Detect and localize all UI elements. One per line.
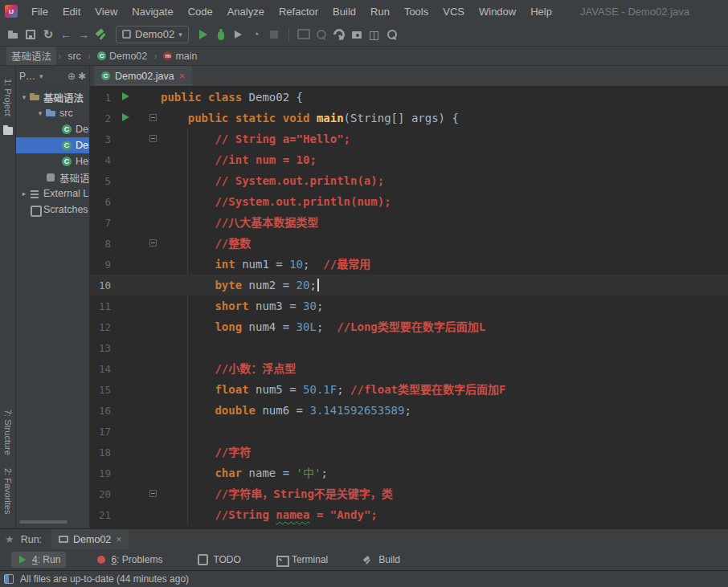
editor-tab-demo02[interactable]: C Demo02.java × xyxy=(94,66,192,86)
code-text[interactable]: char name = '中'; xyxy=(161,463,328,483)
code-line[interactable]: 15 float num5 = 50.1F; //float类型要在数字后面加F xyxy=(90,379,728,400)
toolwindow-toggle-icon[interactable] xyxy=(4,574,14,584)
fold-marker-icon[interactable] xyxy=(149,114,157,121)
code-text[interactable]: //小数：浮点型 xyxy=(161,358,296,379)
horizontal-scrollbar[interactable] xyxy=(19,520,67,524)
menu-file[interactable]: File xyxy=(24,2,55,21)
code-line[interactable]: 10 byte num2 = 20; xyxy=(90,275,728,296)
code-line[interactable]: 20 //字符串，String不是关键字，类 xyxy=(90,483,728,504)
dump-threads-icon[interactable] xyxy=(296,26,312,43)
code-line[interactable]: 4 //int num = 10; xyxy=(90,149,728,170)
code-text[interactable]: //八大基本数据类型 xyxy=(161,212,318,233)
code-text[interactable]: //String namea = "Andy"; xyxy=(161,504,378,525)
tree-demo01-class[interactable]: Demo01 xyxy=(16,121,89,137)
tool-button-problems[interactable]: 6: Problems xyxy=(90,552,168,568)
menu-edit[interactable]: Edit xyxy=(55,2,88,21)
tool-button-todo[interactable]: TODO xyxy=(192,552,246,568)
menu-vcs[interactable]: VCS xyxy=(436,2,472,21)
fold-marker-icon[interactable] xyxy=(149,239,157,247)
folder-icon[interactable] xyxy=(3,127,13,135)
debug-icon[interactable] xyxy=(213,26,229,43)
fold-marker-icon[interactable] xyxy=(149,490,157,497)
coverage-icon[interactable] xyxy=(231,26,247,43)
run-tab-demo02[interactable]: Demo02 × xyxy=(51,529,129,549)
code-line[interactable]: 11 short num3 = 30; xyxy=(90,296,728,316)
code-line[interactable]: 19 char name = '中'; xyxy=(90,463,728,483)
code-line[interactable]: 16 double num6 = 3.141592653589; xyxy=(90,400,728,421)
code-text[interactable]: // System.out.println(a); xyxy=(161,170,384,191)
menu-refactor[interactable]: Refactor xyxy=(272,2,325,21)
run-config-selector[interactable]: Demo02 ▾ xyxy=(116,26,189,43)
code-text[interactable]: public class Demo02 { xyxy=(161,87,303,108)
code-line[interactable]: 18 //字符 xyxy=(90,442,728,463)
layout-icon[interactable] xyxy=(366,26,382,43)
crumb-src[interactable]: src xyxy=(63,49,86,63)
project-panel-title[interactable]: Project xyxy=(19,71,37,82)
menu-navigate[interactable]: Navigate xyxy=(125,2,180,21)
tool-button-build[interactable]: Build xyxy=(358,552,406,568)
close-icon[interactable]: × xyxy=(116,534,121,545)
code-text[interactable]: //整数 xyxy=(161,233,251,254)
code-line[interactable]: 21 //String namea = "Andy"; xyxy=(90,504,728,525)
code-line[interactable]: 12 long num4 = 30L; //Long类型要在数字后面加L xyxy=(90,316,728,337)
code-line[interactable]: 13 xyxy=(90,337,728,358)
tool-button-terminal[interactable]: Terminal xyxy=(271,552,333,568)
menu-help[interactable]: Help xyxy=(523,2,559,21)
code-text[interactable]: byte num2 = 20; xyxy=(161,275,319,296)
tree-module-iml[interactable]: 基础语法.iml xyxy=(16,169,89,185)
code-text[interactable]: int num1 = 10; //最常用 xyxy=(161,254,370,275)
tree-external-libraries[interactable]: ▸External Libraries xyxy=(16,185,89,202)
crumb-method[interactable]: mmain xyxy=(158,49,202,63)
gear-icon[interactable]: ✱ xyxy=(78,71,86,82)
inspect-icon[interactable] xyxy=(313,26,329,43)
code-line[interactable]: 6 //System.out.println(num); xyxy=(90,191,728,212)
tree-scratches[interactable]: Scratches and Consoles xyxy=(16,202,89,218)
tool-button-run[interactable]: 4: Run xyxy=(11,552,66,568)
code-line[interactable]: 5 // System.out.println(a); xyxy=(90,170,728,191)
stop-icon[interactable] xyxy=(266,26,282,43)
code-line[interactable]: 2 public static void main(String[] args)… xyxy=(90,108,728,128)
menu-code[interactable]: Code xyxy=(181,2,220,21)
toolwindow-project[interactable]: 1: Project xyxy=(3,79,13,116)
forward-icon[interactable] xyxy=(76,26,92,43)
code-line[interactable]: 14 //小数：浮点型 xyxy=(90,358,728,379)
crumb-project[interactable]: 基础语法 xyxy=(6,47,56,65)
chevron-down-icon[interactable]: ▾ xyxy=(39,72,43,80)
code-text[interactable]: //System.out.println(num); xyxy=(161,191,391,212)
code-line[interactable]: 8 //整数 xyxy=(90,233,728,254)
code-text[interactable]: //字符 xyxy=(161,442,251,463)
menu-tools[interactable]: Tools xyxy=(397,2,436,21)
open-icon[interactable] xyxy=(5,26,21,43)
menu-build[interactable]: Build xyxy=(325,2,363,21)
code-area[interactable]: 1public class Demo02 {2 public static vo… xyxy=(90,87,728,528)
menu-window[interactable]: Window xyxy=(472,2,523,21)
tree-src-folder[interactable]: ▾src xyxy=(16,105,89,121)
tree-demo02-class[interactable]: Demo02 xyxy=(16,137,89,153)
run-gutter-icon[interactable] xyxy=(122,113,129,121)
toolwindow-favorites[interactable]: 2: Favorites xyxy=(3,468,13,514)
tree-helloworld-class[interactable]: HelloWorld xyxy=(16,153,89,169)
code-line[interactable]: 7 //八大基本数据类型 xyxy=(90,212,728,233)
tree-project-root[interactable]: ▾基础语法 xyxy=(16,89,89,105)
code-text[interactable]: public static void main(String[] args) { xyxy=(161,108,459,128)
settings-wrench-icon[interactable] xyxy=(331,26,347,43)
code-text[interactable]: long num4 = 30L; //Long类型要在数字后面加L xyxy=(161,316,485,337)
sync-icon[interactable] xyxy=(40,26,56,43)
menu-view[interactable]: View xyxy=(88,2,125,21)
code-text[interactable]: double num6 = 3.141592653589; xyxy=(161,400,411,421)
code-line[interactable]: 3 // String a="Hello"; xyxy=(90,128,728,149)
save-all-icon[interactable] xyxy=(22,26,39,43)
code-text[interactable]: //int num = 10; xyxy=(161,149,317,170)
search-everywhere-icon[interactable] xyxy=(384,26,400,43)
code-text[interactable]: short num3 = 30; xyxy=(161,296,323,316)
close-icon[interactable]: × xyxy=(179,70,186,82)
code-text[interactable]: // String a="Hello"; xyxy=(161,128,350,149)
back-icon[interactable] xyxy=(58,26,74,43)
project-structure-icon[interactable] xyxy=(349,26,365,43)
run-icon[interactable] xyxy=(195,26,211,43)
profiler-icon[interactable] xyxy=(248,26,264,43)
crumb-class[interactable]: CDemo02 xyxy=(92,49,152,63)
code-text[interactable]: //字符串，String不是关键字，类 xyxy=(161,483,393,504)
toolwindow-structure[interactable]: 7: Structure xyxy=(3,410,13,455)
fold-marker-icon[interactable] xyxy=(149,135,157,142)
